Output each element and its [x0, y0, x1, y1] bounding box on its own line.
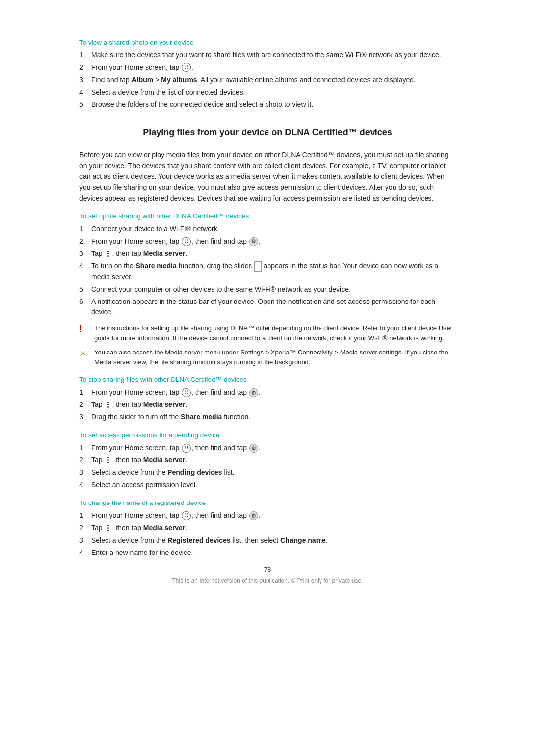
playing-files-body: Before you can view or play media files … — [79, 150, 456, 203]
access-permissions-heading: To set access permissions for a pending … — [79, 431, 456, 439]
list-item: 3 Drag the slider to turn off the Share … — [79, 412, 456, 422]
list-item: 3 Find and tap Album > My albums. All yo… — [79, 75, 456, 85]
warning-note: ! The instructions for setting up file s… — [79, 323, 456, 343]
setup-sharing-steps: 1 Connect your device to a Wi-Fi® networ… — [79, 224, 456, 317]
stop-sharing-heading: To stop sharing files with other DLNA Ce… — [79, 376, 456, 383]
access-permissions-section: To set access permissions for a pending … — [79, 431, 456, 490]
menu-icon — [105, 524, 111, 533]
warning-icon: ! — [79, 324, 90, 334]
change-name-heading: To change the name of a registered devic… — [79, 499, 456, 506]
list-item: 4 Enter a new name for the device. — [79, 548, 456, 558]
change-name-steps: 1 From your Home screen, tap , then find… — [79, 510, 456, 558]
list-item: 2 Tap , then tap Media server. — [79, 400, 456, 410]
apps-icon — [182, 511, 191, 520]
list-item: 4 Select a device from the list of conne… — [79, 87, 456, 98]
page-number: 78 — [79, 566, 456, 573]
list-item: 2 Tap , then tap Media server. — [79, 455, 456, 465]
list-item: 3 Select a device from the Pending devic… — [79, 467, 456, 478]
settings-icon — [249, 388, 258, 397]
view-shared-photo-steps: 1 Make sure the devices that you want to… — [79, 50, 456, 110]
tip-icon: ✳ — [79, 348, 90, 359]
apps-icon — [182, 388, 191, 397]
warning-text: The instructions for setting up file sha… — [94, 323, 456, 343]
list-item: 6 A notification appears in the status b… — [79, 297, 456, 317]
setup-sharing-section: To set up file sharing with other DLNA C… — [79, 212, 456, 367]
list-item: 2 From your Home screen, tap . — [79, 62, 456, 73]
tip-text: You can also access the Media server men… — [94, 348, 456, 367]
footer-text: This is an Internet version of this publ… — [79, 577, 456, 584]
list-item: 2 Tap , then tap Media server. — [79, 523, 456, 533]
list-item: 4 Select an access permission level. — [79, 480, 456, 490]
list-item: 1 From your Home screen, tap , then find… — [79, 510, 456, 521]
list-item: 4 To turn on the Share media function, d… — [79, 261, 456, 282]
list-item: 1 Make sure the devices that you want to… — [79, 50, 456, 60]
list-item: 3 Select a device from the Registered de… — [79, 535, 456, 546]
settings-icon — [249, 237, 258, 246]
list-item: 3 Tap , then tap Media server. — [79, 249, 456, 259]
list-item: 1 Connect your device to a Wi-Fi® networ… — [79, 224, 456, 234]
menu-icon — [105, 250, 111, 258]
tip-note: ✳ You can also access the Media server m… — [79, 348, 456, 367]
chapter-title: Playing files from your device on DLNA C… — [79, 122, 456, 143]
list-item: 1 From your Home screen, tap , then find… — [79, 387, 456, 398]
apps-icon — [182, 237, 191, 246]
apps-icon — [182, 444, 191, 453]
menu-icon — [105, 401, 111, 409]
list-item: 5 Browse the folders of the connected de… — [79, 100, 456, 110]
view-shared-photo-heading: To view a shared photo on your device — [79, 39, 456, 46]
list-item: 2 From your Home screen, tap , then find… — [79, 236, 456, 247]
apps-icon — [182, 63, 191, 72]
change-name-section: To change the name of a registered devic… — [79, 499, 456, 558]
view-shared-photo-section: To view a shared photo on your device 1 … — [79, 39, 456, 110]
access-permissions-steps: 1 From your Home screen, tap , then find… — [79, 443, 456, 490]
stop-sharing-steps: 1 From your Home screen, tap , then find… — [79, 387, 456, 422]
list-item: 5 Connect your computer or other devices… — [79, 284, 456, 295]
menu-icon — [105, 456, 111, 465]
setup-sharing-heading: To set up file sharing with other DLNA C… — [79, 212, 456, 220]
list-item: 1 From your Home screen, tap , then find… — [79, 443, 456, 453]
status-bar-icon: ↑ — [254, 261, 262, 272]
settings-icon — [249, 511, 258, 520]
settings-icon — [249, 444, 258, 453]
page-container: To view a shared photo on your device 1 … — [79, 39, 456, 584]
stop-sharing-section: To stop sharing files with other DLNA Ce… — [79, 376, 456, 422]
